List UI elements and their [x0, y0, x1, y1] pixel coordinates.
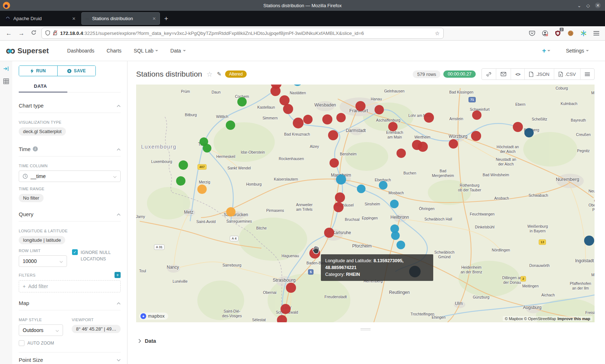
scatter-point[interactable]	[335, 192, 345, 203]
tab-close-icon[interactable]: ✕	[72, 16, 76, 21]
improve-map-link[interactable]: Improve this map	[557, 317, 590, 321]
scatter-point[interactable]	[388, 122, 398, 131]
time-column-select[interactable]: __time	[19, 170, 121, 182]
menu-icon[interactable]	[593, 31, 599, 36]
tab-close-icon[interactable]: ✕	[152, 16, 156, 21]
scatter-point[interactable]	[293, 118, 304, 128]
section-time[interactable]: Timei	[19, 142, 121, 156]
copy-link-button[interactable]	[482, 69, 496, 79]
new-tab-button[interactable]: +	[164, 15, 168, 23]
scatter-point[interactable]	[322, 114, 332, 124]
map-style-select[interactable]: Outdoors	[19, 324, 63, 336]
minimize-icon[interactable]: ⌄	[577, 3, 581, 8]
add-filter-plus-button[interactable]: +	[115, 272, 121, 278]
scatter-point[interactable]	[357, 185, 366, 193]
scatter-point[interactable]	[375, 105, 384, 114]
scatter-point[interactable]	[472, 110, 481, 120]
account-icon[interactable]	[542, 30, 548, 36]
mapbox-logo[interactable]: ✦ mapbox	[139, 313, 168, 320]
scatter-point[interactable]	[424, 113, 434, 123]
back-button[interactable]: ←	[6, 30, 12, 37]
ublock-icon[interactable]: 2	[555, 30, 561, 36]
ignore-null-checkbox[interactable]: ✓	[72, 249, 78, 255]
scatter-point[interactable]	[584, 236, 594, 246]
section-query[interactable]: Query	[19, 207, 121, 222]
settings-menu[interactable]: Settings	[566, 48, 589, 54]
viz-type-value[interactable]: deck.gl Scatterplot	[19, 127, 66, 136]
scatter-point[interactable]	[391, 231, 400, 240]
viewport-value[interactable]: 8° 46' 45.28" | 49…	[72, 325, 121, 333]
tab-stations-distribution[interactable]: ∞ Stations distribution ✕	[81, 12, 160, 25]
scatter-point[interactable]	[390, 200, 399, 208]
time-range-value[interactable]: No filter	[19, 194, 44, 202]
scatter-point[interactable]	[286, 283, 296, 293]
reload-button[interactable]	[31, 30, 36, 37]
scatter-point[interactable]	[396, 149, 406, 158]
favorite-star-icon[interactable]: ☆	[206, 70, 212, 78]
restore-icon[interactable]: ◇	[586, 3, 590, 8]
nav-dashboards[interactable]: Dashboards	[67, 48, 95, 54]
tab-data[interactable]: DATA	[19, 81, 47, 89]
scatter-point[interactable]	[336, 113, 346, 122]
scatter-point[interactable]	[418, 142, 428, 152]
forward-button[interactable]: →	[18, 30, 24, 37]
add-new-button[interactable]: +	[542, 47, 550, 55]
scatter-point[interactable]	[336, 174, 346, 185]
scatter-point[interactable]	[449, 139, 458, 149]
export-csv-button[interactable]: .CSV	[554, 69, 580, 79]
panel-resize-handle[interactable]	[136, 322, 595, 336]
map-canvas[interactable]: Longitude and Latitude: 8.1359273095, 48…	[136, 85, 595, 322]
save-button[interactable]: SAVE	[57, 66, 96, 76]
data-results-section[interactable]: Data	[136, 336, 595, 346]
tab-apache-druid[interactable]: Apache Druid ✕	[1, 13, 79, 24]
scatter-point[interactable]	[333, 202, 344, 212]
scatter-point[interactable]	[471, 131, 481, 141]
url-bar[interactable]: 172.18.0.4 :32251/superset/explore/?form…	[41, 28, 444, 39]
scatter-point[interactable]	[203, 144, 211, 153]
embed-code-button[interactable]: <>	[511, 69, 524, 79]
scatter-point[interactable]	[277, 315, 287, 322]
section-map[interactable]: Map	[19, 296, 121, 310]
add-filter-box[interactable]: + Add filter	[19, 280, 121, 292]
dataset-grid-icon[interactable]	[3, 78, 9, 86]
edit-title-icon[interactable]: ✎	[217, 71, 221, 77]
shield-icon[interactable]	[45, 30, 50, 37]
superset-logo[interactable]: ∞ Superset	[6, 45, 49, 56]
scatter-point[interactable]	[379, 181, 387, 190]
scatter-point[interactable]	[355, 101, 366, 111]
scatter-point[interactable]	[237, 97, 247, 106]
scatter-point[interactable]	[226, 120, 235, 130]
scatter-point[interactable]	[270, 86, 281, 96]
insecure-lock-icon[interactable]	[53, 30, 57, 37]
pocket-icon[interactable]	[529, 31, 535, 36]
row-limit-select[interactable]: 10000	[19, 255, 67, 267]
scatter-point[interactable]	[197, 185, 207, 194]
extension-asterisk-icon[interactable]	[581, 30, 587, 36]
scatter-point[interactable]	[324, 228, 334, 238]
export-json-button[interactable]: .JSON	[524, 69, 554, 79]
bookmark-star-icon[interactable]: ☆	[435, 30, 440, 37]
section-chart-type[interactable]: Chart type	[19, 98, 121, 113]
scatter-point[interactable]	[176, 176, 185, 186]
scatter-point[interactable]	[281, 304, 291, 314]
nav-charts[interactable]: Charts	[107, 48, 121, 54]
expand-panel-icon[interactable]	[3, 66, 9, 73]
scatter-point[interactable]	[226, 207, 236, 217]
scatter-point[interactable]	[513, 122, 523, 132]
scatter-point[interactable]	[330, 158, 339, 168]
chart-menu-button[interactable]	[580, 69, 594, 79]
scatter-point[interactable]	[396, 241, 405, 249]
cookie-icon[interactable]	[568, 30, 574, 36]
nav-sql-lab[interactable]: SQL Lab	[134, 48, 158, 54]
scatter-point[interactable]	[524, 128, 534, 137]
section-point-size[interactable]: Point Size	[19, 352, 121, 364]
auto-zoom-checkbox[interactable]	[19, 340, 24, 346]
close-icon[interactable]: ✕	[595, 3, 601, 8]
scatter-point[interactable]	[283, 104, 293, 114]
scatter-point[interactable]	[303, 115, 313, 124]
run-button[interactable]: RUN	[19, 66, 57, 76]
email-button[interactable]	[496, 69, 511, 79]
scatter-point[interactable]	[179, 160, 188, 170]
nav-data[interactable]: Data	[170, 48, 186, 54]
scatter-point[interactable]	[328, 130, 338, 140]
